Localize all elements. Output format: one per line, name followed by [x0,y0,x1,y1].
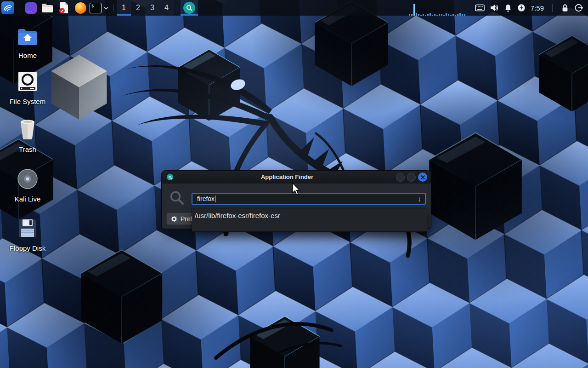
document-edit-icon [58,2,69,14]
text-editor-launcher[interactable] [56,0,72,16]
workspace-button-4[interactable]: 4 [159,0,174,16]
workspace-label: 3 [150,4,154,12]
desktop-icon-label: Trash [6,145,50,153]
applications-menu-button[interactable] [0,0,16,16]
keyboard-icon[interactable] [475,4,485,12]
panel-separator [19,4,19,12]
kali-menu-icon [1,1,14,14]
lock-icon[interactable] [561,4,569,12]
home-folder-icon [6,25,50,46]
chevron-down-icon [104,6,108,10]
workspace-button-1[interactable]: 1 [117,0,131,16]
search-icon [183,2,195,14]
purple-window-icon: ··· [25,2,37,14]
completion-popup: /usr/lib/firefox-esr/firefox-esr [192,208,427,232]
desktop-icon-label: File System [6,98,50,105]
workspace-label: 1 [122,4,126,12]
desktop: Home File System Trash [0,0,588,368]
hard-drive-icon [6,71,50,92]
active-underline [117,14,131,16]
completion-item[interactable]: /usr/lib/firefox-esr/firefox-esr [192,208,427,219]
workspace-button-2[interactable]: 2 [131,0,145,16]
workspace-label: 2 [136,4,140,12]
search-input-value: firefox [197,195,215,202]
maximize-button[interactable] [407,173,416,182]
desktop-icon-file-system[interactable]: File System [6,71,50,105]
minimize-button[interactable] [396,173,405,182]
dropdown-arrow-icon[interactable]: ↓ [418,194,421,204]
search-icon-large [170,190,185,206]
desktop-icon-label: Floppy Disk [6,244,50,252]
terminal-launcher[interactable]: $_ [89,0,102,16]
workspace-label: 4 [164,4,169,12]
terminal-dropdown[interactable] [102,6,110,10]
firefox-launcher[interactable] [72,0,89,16]
workspace-button-3[interactable]: 3 [145,0,159,16]
search-input[interactable]: firefox ↓ [192,193,426,205]
desktop-icon-kali-live[interactable]: Kali Live [6,168,50,203]
folder-icon [41,3,53,13]
text-caret [215,196,215,202]
top-panel: ··· $_ [0,0,588,16]
logout-icon[interactable] [574,3,583,12]
desktop-icon-label: Kali Live [6,195,50,203]
close-button[interactable] [418,172,427,182]
floppy-disk-icon [6,218,50,239]
application-finder-button[interactable] [181,0,198,16]
window-launcher[interactable]: ··· [23,0,39,16]
file-manager-launcher[interactable] [39,0,56,16]
firefox-icon [75,2,86,14]
gear-icon [171,216,177,222]
desktop-icon-home[interactable]: Home [6,25,50,59]
terminal-icon: $_ [90,3,102,13]
close-icon [421,175,425,179]
panel-separator [552,4,553,12]
desktop-icon-trash[interactable]: Trash [6,119,50,153]
volume-icon[interactable] [490,3,499,12]
notifications-bell-icon[interactable] [504,4,512,12]
cpu-graph[interactable] [408,0,468,16]
panel-separator [113,4,113,12]
trash-can-icon [6,119,50,140]
clock[interactable]: 7:59 [531,4,544,12]
window-title: Application Finder [162,171,413,184]
titlebar[interactable]: Application Finder [162,171,431,184]
power-manager-icon[interactable] [517,4,526,12]
optical-disc-icon [6,168,50,190]
desktop-icon-floppy-disk[interactable]: Floppy Disk [6,218,50,252]
mouse-cursor [292,183,302,196]
desktop-icon-label: Home [6,52,50,59]
active-underline [181,14,198,16]
panel-separator [177,4,177,12]
